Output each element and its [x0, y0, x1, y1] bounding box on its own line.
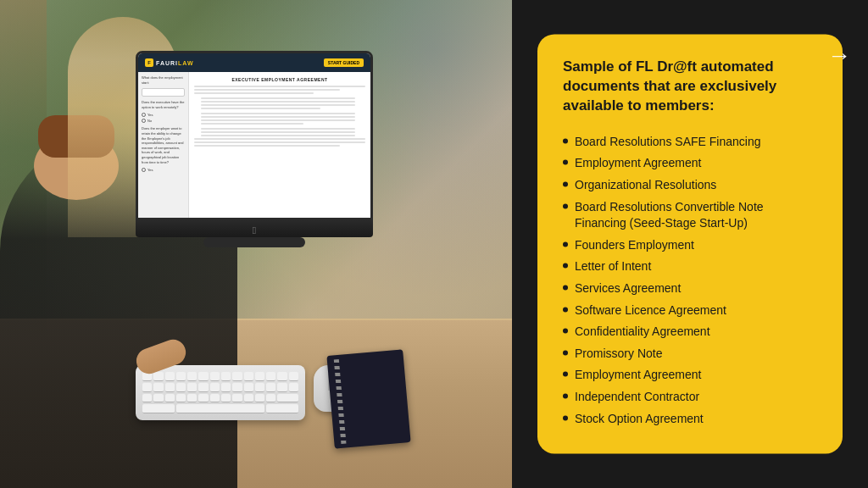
list-item: Board Resolutions SAFE Financing: [563, 131, 817, 153]
list-item: Board Resolutions Convertible Note Finan…: [563, 197, 817, 235]
background-photo: F FAURILAW START GUIDED What does the em…: [0, 0, 542, 488]
screen-input: [142, 88, 185, 97]
screen-question3: Does the employer want to retain the abi…: [142, 126, 185, 164]
screen-question2: Does the executive have the option to wo…: [142, 100, 185, 109]
list-item-text: Stock Option Agreement: [575, 411, 704, 428]
yellow-card: Sample of FL Dr@ft automated documents t…: [537, 34, 843, 453]
screen-question1: What does the employment start:: [142, 75, 185, 85]
arrow-container[interactable]: →: [827, 42, 851, 69]
bullet-icon: [563, 415, 568, 420]
list-item-text: Letter of Intent: [575, 259, 651, 276]
list-item: Confidentiality Agreement: [563, 322, 817, 344]
screen-doc-title: EXECUTIVE EMPLOYMENT AGREEMENT: [194, 77, 365, 82]
list-item: Employment Agreement: [563, 153, 817, 175]
list-item-text: Confidentiality Agreement: [575, 324, 710, 341]
list-item-text: Promissory Note: [575, 346, 662, 363]
list-item: Organizational Resolutions: [563, 175, 817, 197]
bullet-icon: [563, 307, 568, 312]
list-item: Services Agreement: [563, 278, 817, 300]
bullet-icon: [563, 160, 568, 165]
monitor-stand: : [136, 220, 373, 237]
list-item: Independent Contractor: [563, 386, 817, 408]
bullet-icon: [563, 329, 568, 334]
screen-start-btn: START GUIDED: [324, 58, 364, 67]
bullet-icon: [563, 241, 568, 247]
list-item: Letter of Intent: [563, 257, 817, 279]
monitor-base: [203, 237, 305, 247]
bullet-icon: [563, 393, 568, 398]
list-item-text: Employment Agreement: [575, 368, 701, 385]
list-item-text: Independent Contractor: [575, 389, 699, 406]
list-item: Software Licence Agreement: [563, 300, 817, 322]
bullet-icon: [563, 285, 568, 290]
list-item-text: Founders Employment: [575, 237, 694, 254]
bullet-icon: [563, 203, 568, 208]
list-item-text: Organizational Resolutions: [575, 177, 716, 194]
list-item: Employment Agreement: [563, 365, 817, 387]
bullet-icon: [563, 263, 568, 269]
list-item-text: Board Resolutions SAFE Financing: [575, 134, 760, 151]
card-title: Sample of FL Dr@ft automated documents t…: [563, 58, 817, 116]
list-item: Promissory Note: [563, 343, 817, 365]
bullet-icon: [563, 181, 568, 186]
list-item-text: Board Resolutions Convertible Note Finan…: [575, 199, 817, 232]
list-item-text: Software Licence Agreement: [575, 302, 726, 319]
monitor: F FAURILAW START GUIDED What does the em…: [136, 51, 398, 254]
right-panel: → Sample of FL Dr@ft automated documents…: [512, 0, 868, 488]
screen-logo: FAURILAW: [156, 60, 194, 66]
keyboard: [136, 365, 305, 420]
list-item: Founders Employment: [563, 235, 817, 257]
list-item: Stock Option Agreement: [563, 408, 817, 430]
apple-logo-icon: : [253, 225, 256, 236]
next-arrow-icon[interactable]: →: [827, 42, 851, 69]
bullet-icon: [563, 372, 568, 377]
list-item-text: Employment Agreement: [575, 156, 701, 173]
notebook: [326, 349, 410, 448]
list-item-text: Services Agreement: [575, 280, 681, 297]
card-list: Board Resolutions SAFE FinancingEmployme…: [563, 131, 817, 430]
bullet-icon: [563, 138, 568, 143]
bullet-icon: [563, 350, 568, 355]
